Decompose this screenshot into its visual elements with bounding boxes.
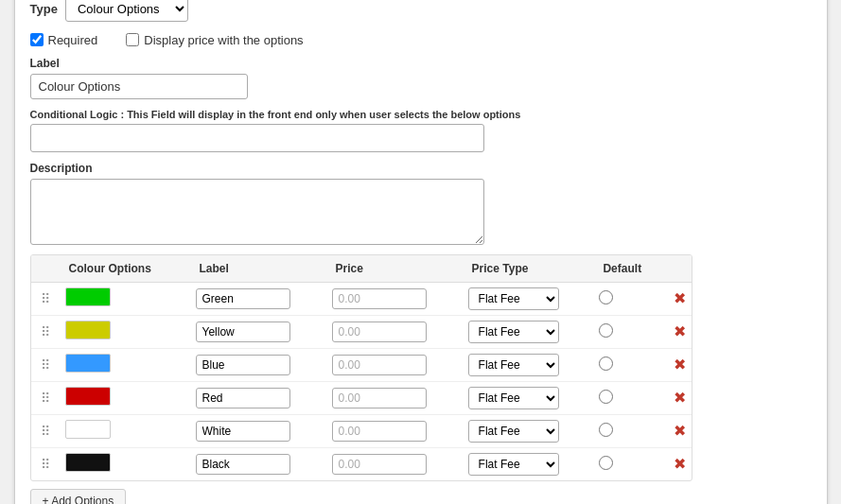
row-price-input[interactable] [332, 288, 427, 309]
row-label-input[interactable] [196, 388, 290, 408]
color-swatch-cell [60, 414, 190, 447]
row-label-input[interactable] [196, 454, 290, 475]
remove-cell: ✖ [668, 282, 692, 315]
drag-cell: ⠿ [31, 348, 60, 381]
default-cell [593, 447, 667, 480]
color-swatch [65, 387, 111, 406]
add-options-button[interactable]: + Add Options [30, 489, 127, 505]
drag-handle[interactable]: ⠿ [37, 291, 54, 306]
th-default: Default [593, 255, 667, 283]
label-cell [190, 414, 326, 447]
panel-body: Type Colour Options Required Display pri… [15, 0, 827, 504]
drag-handle[interactable]: ⠿ [37, 457, 54, 472]
label-cell [190, 447, 326, 480]
drag-cell: ⠿ [31, 447, 60, 480]
row-remove-button[interactable]: ✖ [674, 291, 686, 306]
conditional-logic-input[interactable] [30, 124, 484, 152]
drag-cell: ⠿ [31, 381, 60, 414]
label-cell [190, 282, 326, 315]
default-cell [593, 414, 667, 447]
drag-cell: ⠿ [31, 315, 60, 348]
color-swatch [65, 453, 111, 472]
type-select[interactable]: Colour Options [65, 0, 188, 22]
row-remove-button[interactable]: ✖ [674, 457, 686, 472]
th-drag [31, 255, 60, 283]
table-row: ⠿ Flat Fee Percentage ✖ [31, 414, 692, 447]
th-label: Label [190, 255, 326, 283]
price-cell [326, 381, 463, 414]
row-remove-button[interactable]: ✖ [674, 324, 686, 339]
row-price-type-select[interactable]: Flat Fee Percentage [468, 287, 559, 310]
row-default-radio[interactable] [599, 390, 613, 404]
description-textarea[interactable] [30, 179, 484, 245]
display-price-checkbox[interactable] [126, 33, 139, 46]
table-row: ⠿ Flat Fee Percentage ✖ [31, 315, 692, 348]
drag-handle[interactable]: ⠿ [37, 391, 54, 406]
row-price-input[interactable] [332, 355, 427, 375]
description-field-group: Description [30, 162, 812, 245]
default-cell [593, 381, 667, 414]
th-colour-options: Colour Options [60, 255, 190, 283]
row-default-radio[interactable] [599, 356, 613, 371]
row-price-input[interactable] [332, 322, 427, 342]
drag-cell: ⠿ [31, 282, 60, 315]
label-cell [190, 315, 326, 348]
table-row: ⠿ Flat Fee Percentage ✖ [31, 447, 692, 480]
table-row: ⠿ Flat Fee Percentage ✖ [31, 348, 692, 381]
remove-cell: ✖ [668, 348, 692, 381]
label-cell [190, 348, 326, 381]
price-cell [326, 282, 463, 315]
remove-cell: ✖ [668, 381, 692, 414]
table-row: ⠿ Flat Fee Percentage ✖ [31, 381, 692, 414]
drag-handle[interactable]: ⠿ [37, 424, 54, 439]
required-checkbox[interactable] [30, 33, 44, 46]
color-swatch-cell [60, 282, 190, 315]
remove-cell: ✖ [668, 447, 692, 480]
row-default-radio[interactable] [599, 290, 613, 304]
row-default-radio[interactable] [599, 423, 613, 437]
row-price-type-select[interactable]: Flat Fee Percentage [468, 387, 559, 409]
row-price-type-select[interactable]: Flat Fee Percentage [468, 321, 559, 343]
row-label-input[interactable] [196, 288, 290, 309]
default-cell [593, 315, 667, 348]
row-price-input[interactable] [332, 454, 427, 475]
row-remove-button[interactable]: ✖ [674, 391, 686, 406]
table-header-row: Colour Options Label Price Price Type De… [31, 255, 692, 283]
row-price-input[interactable] [332, 421, 427, 442]
row-price-input[interactable] [332, 388, 427, 408]
row-price-type-select[interactable]: Flat Fee Percentage [468, 354, 559, 376]
color-swatch [65, 287, 111, 306]
conditional-logic-label: Conditional Logic : This Field will disp… [30, 109, 812, 120]
th-price: Price [326, 255, 463, 283]
drag-handle[interactable]: ⠿ [37, 324, 54, 339]
display-price-checkbox-label[interactable]: Display price with the options [126, 33, 303, 47]
price-type-cell: Flat Fee Percentage [463, 282, 594, 315]
row-remove-button[interactable]: ✖ [674, 424, 686, 439]
label-input[interactable] [30, 74, 248, 99]
color-swatch-cell [60, 447, 190, 480]
price-cell [326, 348, 463, 381]
color-swatch-cell [60, 348, 190, 381]
panel: Color Options - Colour Options Type Colo… [14, 0, 828, 504]
color-swatch [65, 354, 111, 373]
row-label-input[interactable] [196, 355, 290, 375]
required-label-text: Required [48, 33, 98, 47]
options-table: Colour Options Label Price Price Type De… [31, 255, 692, 480]
checkboxes-row: Required Display price with the options [30, 33, 812, 47]
label-field-group: Label [30, 57, 812, 99]
row-default-radio[interactable] [599, 456, 613, 470]
row-price-type-select[interactable]: Flat Fee Percentage [468, 453, 559, 476]
required-checkbox-label[interactable]: Required [30, 33, 98, 47]
default-cell [593, 282, 667, 315]
row-label-input[interactable] [196, 322, 290, 342]
row-price-type-select[interactable]: Flat Fee Percentage [468, 420, 559, 443]
row-label-input[interactable] [196, 421, 290, 442]
row-default-radio[interactable] [599, 323, 613, 338]
row-remove-button[interactable]: ✖ [674, 357, 686, 373]
price-type-cell: Flat Fee Percentage [463, 315, 594, 348]
type-row: Type Colour Options [30, 0, 812, 22]
drag-cell: ⠿ [31, 414, 60, 447]
drag-handle[interactable]: ⠿ [37, 357, 54, 373]
price-type-cell: Flat Fee Percentage [463, 447, 594, 480]
label-field-label: Label [30, 57, 812, 70]
